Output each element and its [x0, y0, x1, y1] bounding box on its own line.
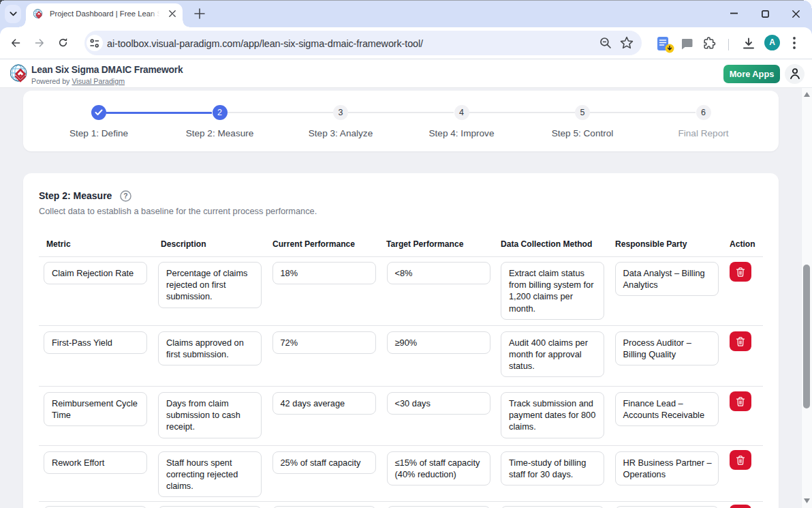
svg-text:?: ?	[123, 192, 127, 200]
